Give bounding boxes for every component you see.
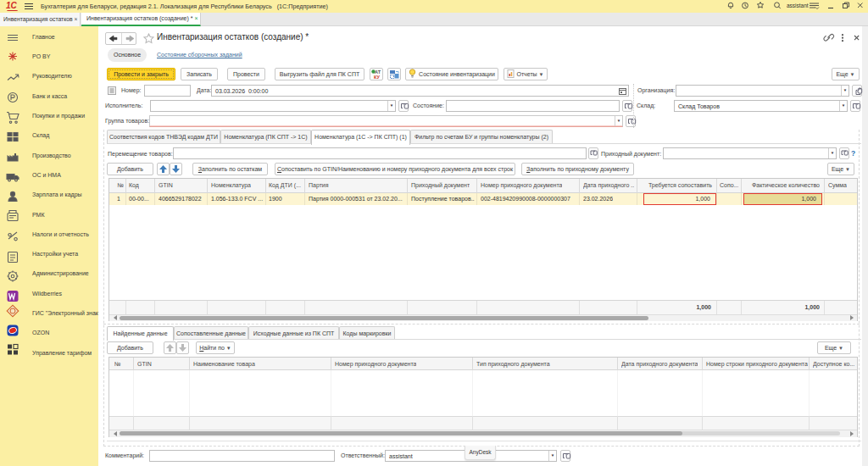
svg-text:assistant: assistant (787, 3, 809, 8)
svg-text:КУ: КУ (374, 75, 380, 80)
